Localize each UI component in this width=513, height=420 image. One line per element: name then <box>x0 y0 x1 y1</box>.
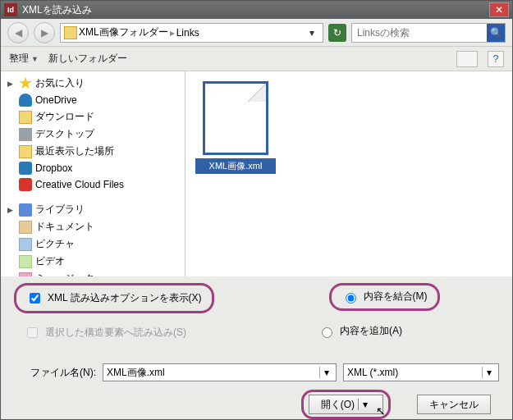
view-button[interactable] <box>456 51 478 67</box>
cloud-icon <box>19 94 32 107</box>
read-into-selected-group: 選択した構造要素へ読み込み(S) <box>14 320 196 345</box>
sidebar-item[interactable]: OneDrive <box>1 92 185 108</box>
library-icon <box>19 203 32 217</box>
merge-content-label: 内容を結合(M) <box>364 290 428 304</box>
filename-label: ファイル名(N): <box>14 366 96 380</box>
sidebar-item[interactable]: Dropbox <box>1 160 185 176</box>
filename-combo[interactable]: XML画像.xml ▾ <box>103 363 337 381</box>
file-thumbnail <box>203 81 268 155</box>
new-folder-button[interactable]: 新しいフォルダー <box>48 52 127 66</box>
titlebar: Id XMLを読み込み ✕ <box>1 1 512 19</box>
help-button[interactable]: ? <box>488 51 504 67</box>
show-import-options-group: XML 読み込みオプションを表示(X) <box>14 283 214 313</box>
sidebar-item[interactable]: ピクチャ <box>1 235 185 253</box>
sidebar-item[interactable]: デスクトップ <box>1 126 185 143</box>
toolbar: 整理▼ 新しいフォルダー ? <box>1 47 512 71</box>
close-button[interactable]: ✕ <box>489 2 509 17</box>
sidebar-favorites[interactable]: ▶お気に入り <box>1 75 185 92</box>
read-into-selected-label: 選択した構造要素へ読み込み(S) <box>45 326 186 340</box>
sidebar-item[interactable]: 最近表示した場所 <box>1 143 185 160</box>
sidebar-libraries[interactable]: ▶ライブラリ <box>1 201 185 218</box>
triangle-icon: ▶ <box>7 206 16 214</box>
show-import-options-label: XML 読み込みオプションを表示(X) <box>48 292 202 305</box>
creative-cloud-icon <box>19 178 32 191</box>
file-item[interactable]: XML画像.xml <box>195 81 276 174</box>
append-content-group: 内容を追加(A) <box>308 320 412 343</box>
sidebar-item[interactable]: ミュージック <box>1 270 185 276</box>
star-icon <box>19 77 32 90</box>
append-content-radio[interactable] <box>322 327 332 338</box>
file-list[interactable]: XML画像.xml <box>186 71 512 276</box>
triangle-icon: ▶ <box>7 80 16 88</box>
app-icon: Id <box>4 3 17 16</box>
search-input[interactable] <box>352 27 487 39</box>
sidebar-item[interactable]: Creative Cloud Files <box>1 176 185 193</box>
dropbox-icon <box>19 162 32 175</box>
breadcrumb-dropdown[interactable]: ▾ <box>305 27 319 39</box>
sidebar-item[interactable]: ドキュメント <box>1 218 185 235</box>
sidebar: ▶お気に入り OneDrive ダウンロード デスクトップ 最近表示した場所 D… <box>1 71 186 276</box>
recent-icon <box>19 145 32 158</box>
filter-combo[interactable]: XML (*.xml) ▾ <box>343 363 499 381</box>
picture-icon <box>19 238 32 251</box>
merge-content-group: 内容を結合(M) <box>329 283 440 311</box>
chevron-down-icon[interactable]: ▾ <box>319 367 332 378</box>
cursor-icon: ↖ <box>376 404 386 418</box>
options-area: XML 読み込みオプションを表示(X) 内容を結合(M) 選択した構造要素へ読み… <box>1 276 512 358</box>
chevron-down-icon: ▼ <box>31 55 39 63</box>
read-into-selected-checkbox <box>27 327 38 338</box>
chevron-right-icon: ▸ <box>170 27 175 39</box>
bottom-bar: ファイル名(N): XML画像.xml ▾ XML (*.xml) ▾ 開く(O… <box>1 358 512 420</box>
breadcrumb-part[interactable]: Links <box>176 27 199 39</box>
xml-import-dialog: Id XMLを読み込み ✕ ◀ ▶ XML画像フォルダー ▸ Links ▾ ↻… <box>0 0 513 420</box>
search-icon[interactable]: 🔍 <box>487 24 505 42</box>
folder-icon <box>64 26 77 39</box>
main-area: ▶お気に入り OneDrive ダウンロード デスクトップ 最近表示した場所 D… <box>1 71 512 276</box>
cancel-button[interactable]: キャンセル <box>417 395 491 414</box>
breadcrumb[interactable]: XML画像フォルダー ▸ Links ▾ <box>60 23 323 43</box>
desktop-icon <box>19 128 32 141</box>
forward-button[interactable]: ▶ <box>34 22 55 43</box>
dialog-title: XMLを読み込み <box>22 3 489 17</box>
sidebar-item[interactable]: ダウンロード <box>1 108 185 126</box>
sidebar-item[interactable]: ビデオ <box>1 253 185 270</box>
back-button[interactable]: ◀ <box>7 22 29 43</box>
search-box: 🔍 <box>351 23 506 43</box>
video-icon <box>19 255 32 268</box>
music-icon <box>19 272 32 277</box>
document-icon <box>19 221 32 234</box>
filter-value: XML (*.xml) <box>347 367 482 378</box>
breadcrumb-part[interactable]: XML画像フォルダー <box>79 25 168 39</box>
folder-icon <box>19 111 32 124</box>
filename-value: XML画像.xml <box>107 366 319 380</box>
merge-content-radio[interactable] <box>346 293 356 304</box>
show-import-options-checkbox[interactable] <box>30 293 40 304</box>
open-dropdown[interactable]: ▾ <box>358 399 371 410</box>
nav-bar: ◀ ▶ XML画像フォルダー ▸ Links ▾ ↻ 🔍 <box>1 19 512 47</box>
append-content-label: 内容を追加(A) <box>340 325 402 338</box>
refresh-button[interactable]: ↻ <box>328 24 346 42</box>
file-name: XML画像.xml <box>195 158 276 174</box>
open-button[interactable]: 開く(O) ▾ <box>309 395 383 414</box>
chevron-down-icon[interactable]: ▾ <box>482 367 495 378</box>
organize-menu[interactable]: 整理▼ <box>9 52 39 66</box>
